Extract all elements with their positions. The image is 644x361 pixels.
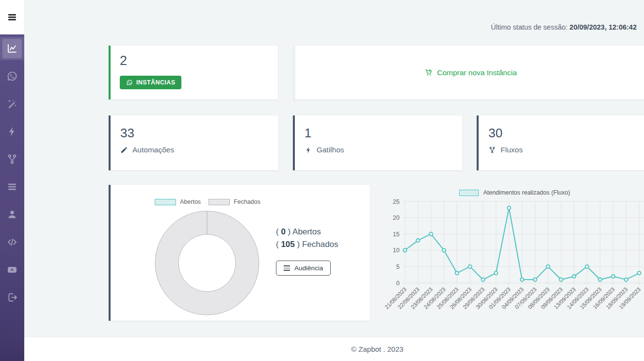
flows-label: Fluxos [500,146,523,154]
user-icon [6,209,18,220]
whatsapp-icon [126,79,133,86]
automations-card: 33 Automações [109,115,278,170]
svg-text:10: 10 [393,247,400,254]
magic-wand-icon [6,98,18,110]
session-status: Último status de sessão: 20/09/2023, 12:… [491,23,637,31]
instances-button[interactable]: INSTÂNCIAS [120,76,181,89]
chart-line-icon [2,39,22,58]
abertos-swatch [155,199,176,205]
sidebar-nav [0,34,24,361]
sidebar-toggle-button[interactable] [0,0,24,34]
audience-donut-card: Abertos Fechados ( 0 ) Abertos ( 105 ) F… [109,185,370,321]
buy-instance-label: Comprar nova Instância [437,68,517,77]
automations-count: 33 [120,126,269,141]
line-legend-label: Atendimentos realizados (Fluxo) [483,189,570,196]
sidebar-item-triggers[interactable] [0,120,24,143]
logout-icon [6,292,18,303]
session-status-value: 20/09/2023, 12:06:42 [569,23,637,31]
footer: © Zapbot . 2023 [24,337,644,361]
svg-text:20: 20 [393,214,400,221]
list-lines-icon [6,181,18,193]
donut-legend: Abertos Fechados [111,198,305,205]
fechados-legend-label: Fechados [234,198,260,205]
sidebar-item-tutorials[interactable] [0,258,24,281]
svg-text:0: 0 [396,280,400,287]
triggers-count: 1 [305,126,453,141]
buy-instance-link[interactable]: Comprar nova Instância [425,68,517,77]
svg-text:25: 25 [393,198,400,205]
bolt-icon [305,146,312,154]
fechados-summary-line: ( 105 ) Fechados [276,238,338,251]
triggers-label: Gatilhos [317,146,344,154]
audience-button[interactable]: Audiência [276,261,331,276]
sidebar-item-contacts[interactable] [0,203,24,226]
sidebar [0,0,24,361]
cart-plus-icon [425,68,433,77]
flow-branch-icon [488,146,496,154]
svg-text:5: 5 [396,263,400,270]
footer-text: © Zapbot . 2023 [351,345,403,353]
sidebar-item-whatsapp[interactable] [0,65,24,88]
pencil-icon [120,146,128,154]
session-status-label: Último status de sessão: [491,23,567,31]
list-lines-icon [284,264,290,272]
buy-instance-card: Comprar nova Instância [293,46,644,99]
triggers-card: 1 Gatilhos [293,115,463,170]
main-content: 2 INSTÂNCIAS [24,0,644,361]
legend-item-abertos[interactable]: Abertos [155,198,201,205]
fechados-swatch [209,199,230,205]
flows-card: 30 Fluxos [477,115,644,170]
sidebar-item-flows[interactable] [0,148,24,171]
sidebar-item-automations[interactable] [0,92,24,115]
hamburger-icon [8,13,16,22]
audience-summary: ( 0 ) Abertos ( 105 ) Fechados Audiência [276,226,338,276]
line-chart-area: Atendimentos realizados (Fluxo) 21/08/20… [383,185,644,321]
legend-item-fechados[interactable]: Fechados [209,198,260,205]
line-chart: 21/08/202322/08/202323/08/202324/08/2023… [383,197,644,320]
sidebar-item-queues[interactable] [0,175,24,198]
flows-count: 30 [488,126,637,141]
sidebar-item-logout[interactable] [0,286,24,309]
donut-chart [155,211,259,315]
instances-button-label: INSTÂNCIAS [136,79,175,86]
svg-text:15: 15 [393,231,400,238]
whatsapp-icon [6,70,18,82]
flow-branch-icon [6,153,18,165]
instances-card: 2 INSTÂNCIAS [109,46,278,99]
instances-count: 2 [120,54,269,68]
youtube-icon [6,264,18,276]
atendimentos-swatch [459,190,479,196]
bolt-icon [6,126,18,137]
audience-button-label: Audiência [294,264,323,272]
abertos-legend-label: Abertos [180,198,201,205]
line-chart-legend[interactable]: Atendimentos realizados (Fluxo) [383,189,644,196]
sidebar-item-dashboard[interactable] [0,37,24,60]
code-icon [6,236,18,248]
abertos-summary-line: ( 0 ) Abertos [276,226,338,238]
automations-label: Automações [132,146,174,154]
sidebar-item-api[interactable] [0,230,24,254]
